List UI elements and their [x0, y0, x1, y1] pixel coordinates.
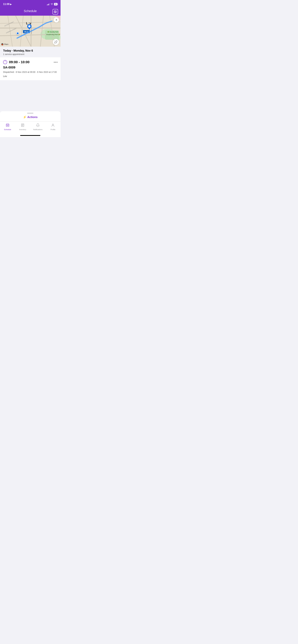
appointment-id[interactable]: SA-0009: [3, 66, 57, 69]
signal-icon: [47, 3, 50, 5]
lightning-icon: ⚡: [23, 116, 26, 119]
appointment-location: Lviv: [3, 75, 57, 78]
drawer-handle: [27, 113, 33, 114]
svg-rect-0: [54, 11, 57, 13]
appointment-status: Dispatched: [3, 71, 14, 73]
notifications-tab-icon: [36, 123, 40, 128]
apple-maps-label: 🍎 Maps: [1, 43, 8, 46]
status-time: 11:09 ▶: [3, 3, 12, 6]
schedule-tab-label: Schedule: [4, 128, 11, 130]
time-display: 11:09: [3, 3, 10, 6]
map-container: M-11 DOTSKA STREET HUBINSKA STREET HY ST…: [0, 16, 61, 47]
svg-rect-4: [55, 12, 56, 12]
notifications-tab-label: Notifications: [33, 128, 43, 130]
tab-profile[interactable]: Profile: [46, 123, 61, 131]
date-section: Today · Monday, Nov 6 1 service appointm…: [0, 47, 61, 57]
tab-schedule[interactable]: Schedule: [0, 123, 15, 131]
day-label: Today: [3, 49, 11, 52]
tab-inventory[interactable]: Inventory: [15, 123, 30, 131]
battery-indicator: 55: [54, 3, 57, 6]
svg-marker-30: [28, 28, 31, 30]
tab-notifications[interactable]: Notifications: [30, 123, 46, 131]
actions-drawer[interactable]: ⚡ Actions: [0, 111, 61, 121]
map-close-button[interactable]: ✕: [54, 17, 59, 22]
appointment-time: 09:00 - 10:00: [9, 60, 30, 64]
appointment-start-date: 6 Nov 2023 at 09:00: [16, 71, 35, 73]
svg-text:Snopkivskyj Park 🌿: Snopkivskyj Park 🌿: [46, 34, 60, 36]
profile-tab-label: Profile: [51, 128, 55, 130]
app-header: Schedule: [0, 8, 61, 16]
more-dot-3: [57, 62, 57, 62]
actions-label: Actions: [27, 116, 38, 119]
battery-level: 55: [55, 3, 57, 5]
more-dot-2: [55, 62, 56, 62]
home-indicator: [0, 134, 61, 137]
svg-rect-37: [7, 125, 8, 126]
current-location-dot: [16, 32, 19, 35]
nav-arrow-icon: ▶: [10, 3, 12, 6]
svg-rect-18: [0, 25, 19, 27]
details-separator-1: ·: [15, 71, 16, 73]
svg-rect-33: [6, 124, 9, 126]
date-display: Monday, Nov 6: [14, 49, 33, 52]
calendar-button[interactable]: [52, 9, 58, 14]
home-indicator-bar: [20, 135, 40, 136]
destination-pin: [27, 24, 32, 30]
appointment-count: 1 service appointment: [3, 53, 57, 56]
status-bar: 11:09 ▶ 55: [0, 0, 61, 8]
separator: ·: [12, 49, 14, 52]
page-title: Schedule: [24, 9, 37, 13]
details-separator-2: ·: [36, 71, 37, 73]
svg-text:🍎: 🍎: [2, 44, 3, 45]
inventory-tab-label: Inventory: [19, 128, 26, 130]
appointment-card: 09:00 - 10:00 SA-0009 Dispatched · 6 Nov…: [0, 57, 61, 80]
clock-icon: [3, 60, 7, 64]
empty-area: [0, 80, 61, 111]
wifi-icon: [51, 3, 53, 6]
appointment-time-left: 09:00 - 10:00: [3, 60, 30, 64]
actions-title: ⚡ Actions: [3, 116, 57, 119]
profile-tab-icon: [51, 123, 55, 128]
svg-text:🌿 Stryisky Park: 🌿 Stryisky Park: [47, 31, 59, 33]
appointment-time-row: 09:00 - 10:00: [3, 60, 57, 64]
svg-point-43: [52, 124, 54, 125]
appointment-details: Dispatched · 6 Nov 2023 at 09:00 · 6 Nov…: [3, 70, 57, 74]
more-dot-1: [54, 62, 55, 62]
svg-rect-38: [8, 125, 8, 126]
date-title: Today · Monday, Nov 6: [3, 49, 57, 52]
svg-point-29: [28, 25, 30, 28]
appointment-end-date: 6 Nov 2023 at 17:00: [37, 71, 57, 73]
svg-rect-19: [0, 33, 19, 35]
status-icons: 55: [47, 3, 57, 6]
schedule-tab-icon: [6, 123, 10, 128]
inventory-tab-icon: [21, 123, 25, 128]
tab-bar: Schedule Inventory Notifications: [0, 121, 61, 134]
more-options-button[interactable]: [54, 62, 57, 62]
map-expand-button[interactable]: [53, 39, 59, 45]
